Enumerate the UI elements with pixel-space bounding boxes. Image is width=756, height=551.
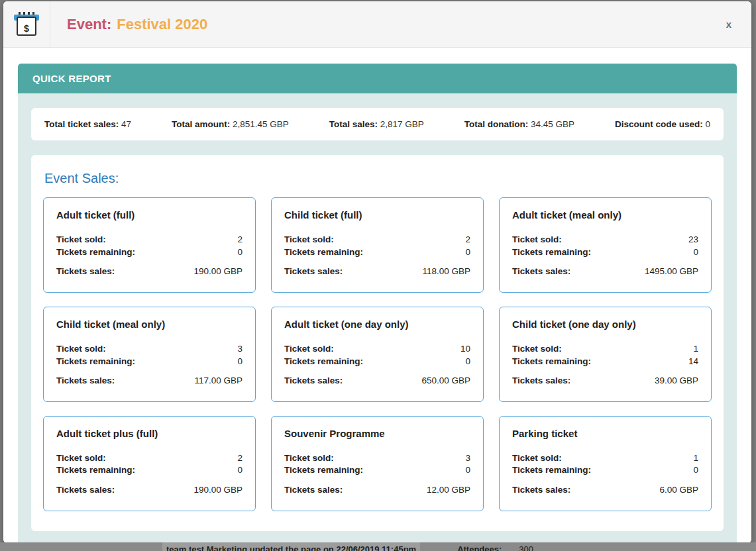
summary-totals-bar: Total ticket sales: 47 Total amount: 2,8… <box>31 108 724 140</box>
ticket-card: Adult ticket (meal only) Ticket sold: 23… <box>499 197 712 293</box>
background-page-clipped: team test Marketing updated the page on … <box>0 542 756 551</box>
tickets-remaining-value: 0 <box>693 246 698 259</box>
quick-report-header: QUICK REPORT <box>18 64 737 93</box>
tickets-remaining-label: Tickets remaining: <box>512 356 591 368</box>
tickets-sales-row: Tickets sales: 12.00 GBP <box>284 484 470 497</box>
ticket-sold-value: 10 <box>460 343 470 356</box>
tickets-remaining-value: 0 <box>237 464 243 477</box>
tickets-remaining-value: 14 <box>688 356 698 368</box>
tickets-remaining-label: Tickets remaining: <box>284 464 363 477</box>
tickets-remaining-value: 0 <box>237 246 243 259</box>
tickets-sales-value: 39.00 GBP <box>655 375 698 387</box>
tickets-sales-row: Tickets sales: 1495.00 GBP <box>512 266 698 278</box>
modal-title: Event: Festival 2020 <box>50 1 207 47</box>
tickets-sales-label: Tickets sales: <box>56 484 115 497</box>
attendees-value: 300 <box>519 544 533 551</box>
tickets-remaining-label: Tickets remaining: <box>56 246 135 259</box>
tickets-sales-label: Tickets sales: <box>56 375 115 387</box>
summary-stat-value: 47 <box>121 119 131 129</box>
ticket-cards-grid: Adult ticket (full) Ticket sold: 2 Ticke… <box>43 197 712 511</box>
tickets-remaining-label: Tickets remaining: <box>512 246 591 259</box>
summary-stat-value: 2,817 GBP <box>380 119 424 129</box>
ticket-card-title: Parking ticket <box>512 428 698 439</box>
ticket-sold-row: Ticket sold: 1 <box>512 452 698 465</box>
tickets-sales-value: 190.00 GBP <box>193 266 243 278</box>
summary-stat-label: Total sales: <box>329 119 378 129</box>
ticket-card-title: Child ticket (full) <box>284 209 470 221</box>
modal-body: QUICK REPORT Total ticket sales: 47 Tota… <box>3 48 751 543</box>
tickets-remaining-label: Tickets remaining: <box>512 464 591 477</box>
ticket-sold-label: Ticket sold: <box>284 343 334 356</box>
summary-stat-value: 0 <box>705 119 710 129</box>
tickets-remaining-row: Tickets remaining: 0 <box>284 246 470 259</box>
summary-stat: Total amount: 2,851.45 GBP <box>172 119 289 129</box>
ticket-sold-row: Ticket sold: 1 <box>512 343 698 356</box>
summary-stat-label: Total ticket sales: <box>44 119 119 129</box>
ticket-sold-row: Ticket sold: 2 <box>56 234 243 246</box>
ticket-card-title: Child ticket (one day only) <box>512 319 698 330</box>
ticket-sold-label: Ticket sold: <box>56 452 106 465</box>
attendees-label: Attendees: <box>457 544 502 551</box>
ticket-sold-label: Ticket sold: <box>512 452 562 465</box>
quick-report-content: Total ticket sales: 47 Total amount: 2,8… <box>18 93 737 543</box>
dollar-glyph: $ <box>17 17 36 36</box>
ticket-card-title: Souvenir Programme <box>284 428 470 439</box>
background-list-item: team test Marketing updated the page on … <box>162 542 420 551</box>
tickets-remaining-row: Tickets remaining: 0 <box>512 246 698 259</box>
close-button[interactable]: x <box>720 13 751 36</box>
tickets-remaining-row: Tickets remaining: 14 <box>512 356 698 368</box>
tickets-sales-label: Tickets sales: <box>284 484 343 497</box>
tickets-remaining-label: Tickets remaining: <box>56 464 135 477</box>
ticket-sold-label: Ticket sold: <box>284 234 334 246</box>
tickets-sales-row: Tickets sales: 39.00 GBP <box>512 375 698 387</box>
tickets-sales-row: Tickets sales: 190.00 GBP <box>56 266 243 278</box>
tickets-sales-value: 118.00 GBP <box>422 266 470 278</box>
event-sales-heading: Event Sales: <box>43 167 712 186</box>
tickets-remaining-row: Tickets remaining: 0 <box>56 356 243 368</box>
ticket-sold-row: Ticket sold: 2 <box>56 452 243 465</box>
ticket-card: Child ticket (full) Ticket sold: 2 Ticke… <box>271 197 484 293</box>
summary-stat-label: Total donation: <box>464 119 528 129</box>
ticket-card: Adult ticket plus (full) Ticket sold: 2 … <box>43 416 256 511</box>
tickets-remaining-row: Tickets remaining: 0 <box>512 464 698 477</box>
tickets-remaining-label: Tickets remaining: <box>284 246 363 259</box>
ticket-sold-row: Ticket sold: 23 <box>512 234 698 246</box>
tickets-sales-label: Tickets sales: <box>56 266 115 278</box>
tickets-remaining-row: Tickets remaining: 0 <box>56 246 243 259</box>
ticket-sold-value: 3 <box>465 452 470 465</box>
ticket-sold-value: 2 <box>465 234 470 246</box>
summary-stat: Total sales: 2,817 GBP <box>329 119 424 129</box>
tickets-sales-label: Tickets sales: <box>512 375 570 387</box>
tickets-remaining-label: Tickets remaining: <box>56 356 135 368</box>
modal-header: $ Event: Festival 2020 x <box>3 1 751 48</box>
ticket-card-title: Child ticket (meal only) <box>56 319 243 330</box>
ticket-sold-row: Ticket sold: 3 <box>284 452 470 465</box>
summary-stat-value: 2,851.45 GBP <box>233 119 289 129</box>
tickets-remaining-value: 0 <box>465 246 470 259</box>
ticket-sold-value: 1 <box>693 343 698 356</box>
ticket-sold-label: Ticket sold: <box>512 343 562 356</box>
tickets-sales-label: Tickets sales: <box>284 375 343 387</box>
ticket-sold-row: Ticket sold: 3 <box>56 343 243 356</box>
tickets-sales-row: Tickets sales: 190.00 GBP <box>56 484 243 497</box>
ticket-card-title: Adult ticket (full) <box>56 209 243 221</box>
tickets-sales-value: 117.00 GBP <box>194 375 243 387</box>
summary-stat-value: 34.45 GBP <box>531 119 574 129</box>
tickets-sales-row: Tickets sales: 117.00 GBP <box>56 375 243 387</box>
tickets-remaining-row: Tickets remaining: 0 <box>284 356 470 368</box>
tickets-sales-value: 650.00 GBP <box>421 375 470 387</box>
ticket-card: Adult ticket (one day only) Ticket sold:… <box>271 307 484 402</box>
tickets-remaining-label: Tickets remaining: <box>284 356 363 368</box>
ticket-card-title: Adult ticket (meal only) <box>512 209 698 221</box>
summary-stat: Discount code used: 0 <box>615 119 710 129</box>
tickets-remaining-value: 0 <box>237 356 243 368</box>
event-title-label: Event: <box>67 16 111 33</box>
tickets-sales-label: Tickets sales: <box>512 266 570 278</box>
tickets-remaining-value: 0 <box>693 464 698 477</box>
tickets-sales-value: 6.00 GBP <box>659 484 698 497</box>
summary-stat: Total donation: 34.45 GBP <box>464 119 574 129</box>
tickets-sales-value: 12.00 GBP <box>427 484 470 497</box>
tickets-sales-row: Tickets sales: 650.00 GBP <box>284 375 470 387</box>
ticket-card: Parking ticket Ticket sold: 1 Tickets re… <box>499 416 712 511</box>
ticket-sold-value: 2 <box>237 234 243 246</box>
